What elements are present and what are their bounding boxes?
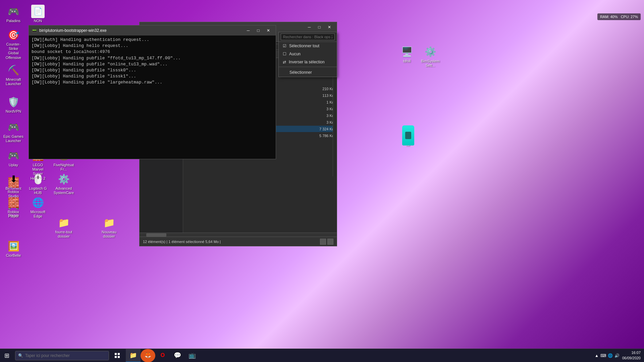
close-button[interactable]: ✕ [264, 27, 273, 34]
taskbar-search[interactable]: 🔍 [15, 351, 109, 360]
cmd-window: 📟 bin\plutonium-bootstrapper-win32.exe ─… [29, 25, 276, 159]
desktop-icon-uplay[interactable]: 🎮 Uplay [2, 147, 25, 169]
cmd-line-3: bound socket to localhost:4976 [32, 49, 273, 55]
cmd-icon: 📟 [32, 28, 37, 33]
icon-label: Uplay [9, 163, 18, 167]
cmd-line-6: [DW][Lobby] Handling pubfile "lsssk0"... [32, 67, 273, 73]
tray-volume[interactable]: 🔊 [614, 353, 620, 358]
taskbar-app-terminal[interactable]: 📺 [185, 349, 200, 362]
icon-label: Logitech G HUB [28, 186, 48, 195]
context-menu: ☑ Sélectionner tout ☐ Aucun ⇄ Inverser l… [278, 32, 337, 77]
icon-label: NordVPN [6, 109, 21, 114]
explorer-maximize-button[interactable]: □ [315, 23, 324, 31]
svg-rect-2 [115, 356, 117, 358]
none-label: Aucun [289, 52, 301, 56]
desktop-icon-minecraft[interactable]: ⛏️ Minecraft Launcher [2, 62, 25, 87]
desktop-icon-bimsystem[interactable]: ⚙️ BimSystemSett... [419, 44, 442, 69]
cmd-output: [DW][Auth] Handling authentication reque… [29, 36, 276, 159]
horizontal-scrollbar[interactable] [140, 233, 337, 237]
tray-network[interactable]: 🌐 [608, 353, 613, 358]
desktop-icon-advanced[interactable]: ⚙️ Advanced SystemCare [52, 171, 75, 196]
svg-rect-0 [115, 353, 117, 355]
svg-rect-3 [118, 356, 120, 358]
system-tray: ▲ ⌨ 🌐 🔊 [595, 353, 620, 358]
icon-label: fourre-tout dossier [53, 230, 74, 239]
cmd-line-7: [DW][Lobby] Handling pubfile "lsssk1"... [32, 73, 273, 79]
explorer-close-button[interactable]: ✕ [325, 23, 334, 31]
invert-icon: ⇄ [283, 60, 286, 64]
icon-label: CiorBelle [6, 253, 21, 258]
tray-arrow[interactable]: ▲ [595, 353, 599, 358]
minimize-button[interactable]: ─ [244, 27, 253, 34]
view-btn-details[interactable] [327, 239, 333, 245]
icon-label: Roblox Player [3, 210, 24, 219]
context-select[interactable]: Sélectionner [279, 68, 337, 77]
select-label: Sélectionner [289, 70, 312, 75]
icon-label: BimSystemSett... [420, 59, 441, 68]
explorer-minimize-button[interactable]: ─ [305, 23, 314, 31]
taskbar-app-opera[interactable]: O [155, 349, 170, 362]
icon-label: Advanced SystemCare [53, 186, 74, 195]
invert-label: Inverser la sélection [289, 60, 325, 64]
icon-label: FiveNightsatFr... [53, 163, 74, 172]
taskbar-app-explorer[interactable]: 📁 [126, 349, 141, 362]
desktop-icon-fourretout[interactable]: 📁 fourre-tout dossier [52, 215, 75, 240]
status-text: 12 élément(s) | 1 élément sélectionné 5,… [143, 240, 221, 244]
desktop-icon-msedge[interactable]: 🌐 Microsoft Edge [26, 194, 50, 220]
view-btn-list[interactable] [320, 239, 326, 245]
desktop-icon-logitech[interactable]: 🖱️ Logitech G HUB [26, 171, 50, 196]
icon-label: Minecraft Launcher [3, 77, 24, 86]
start-button[interactable]: ⊞ [0, 349, 13, 362]
taskbar-app-discord[interactable]: 💬 [170, 349, 185, 362]
search-input[interactable] [25, 353, 106, 358]
icon-label: Epic Games Launcher [3, 134, 24, 143]
h-scrollbar-thumb[interactable] [146, 233, 166, 237]
taskbar: ⊞ 🔍 📁 🦊 O 💬 📺 ▲ ⌨ 🌐 🔊 16:07 06/09/2020 [0, 349, 644, 362]
task-view-button[interactable] [111, 349, 124, 362]
context-select-all[interactable]: ☑ Sélectionner tout [279, 42, 337, 50]
taskbar-clock[interactable]: 16:07 06/09/2020 [622, 350, 641, 361]
desktop-icon-tor[interactable]: tor [396, 127, 420, 148]
cmd-line-4: [DW][Lobby] Handling pubfile "ffotd_tu13… [32, 55, 273, 61]
desktop-icon-non[interactable]: 📄 NON [26, 3, 50, 24]
cmd-line-8: [DW][Lobby] Handling pubfile "largeheatm… [32, 79, 273, 85]
clock-time: 16:07 [622, 350, 641, 355]
search-icon: 🔍 [18, 353, 23, 358]
window-controls: ─ □ ✕ [244, 27, 273, 34]
taskbar-app-firefox[interactable]: 🦊 [141, 349, 155, 362]
icon-label: Nouveau dossier [99, 230, 119, 239]
cmd-line-1: [DW][Auth] Handling authentication reque… [32, 37, 273, 43]
tray-keyboard: ⌨ [600, 353, 606, 358]
desktop-icon-nordvpn[interactable]: 🛡️ NordVPN [2, 94, 25, 115]
desktop-icon-paladins[interactable]: 🎮 Paladins [2, 3, 25, 24]
taskbar-apps: 📁 🦊 O 💬 📺 [126, 349, 200, 362]
icon-label: NON [34, 19, 42, 23]
desktop-icon-roblox-player[interactable]: 🧱 Roblox Player [2, 194, 25, 220]
desktop-icon-tdhill[interactable]: 🖥️ tdhill [395, 44, 419, 65]
icon-label: Microsoft Edge [28, 210, 48, 219]
select-icon [283, 69, 287, 75]
cmd-title-text: bin\plutonium-bootstrapper-win32.exe [39, 28, 107, 33]
context-invert[interactable]: ⇄ Inverser la sélection [279, 58, 337, 66]
desktop-icon-nouveau[interactable]: 📁 Nouveau dossier [97, 215, 121, 240]
context-none[interactable]: ☐ Aucun [279, 50, 337, 58]
cmd-line-5: [DW][Lobby] Handling pubfile "online_tu1… [32, 61, 273, 67]
context-search-input[interactable] [281, 34, 335, 40]
desktop-icon-epicgames[interactable]: 🎮 Epic Games Launcher [2, 119, 25, 144]
context-divider [279, 67, 337, 67]
ram-display: RAM: 40% [600, 15, 618, 19]
maximize-button[interactable]: □ [254, 27, 263, 34]
icon-label: BitTorrent [5, 186, 21, 191]
context-search [279, 32, 337, 42]
select-all-label: Sélectionner tout [289, 44, 319, 48]
icon-label: Paladins [6, 19, 20, 23]
none-icon: ☐ [283, 52, 286, 56]
desktop-icon-csgo[interactable]: 🎯 Counter-Strike Global Offensive [2, 27, 25, 61]
system-info: RAM: 40% CPU: 27% [597, 13, 641, 20]
desktop-icon-bittorrent[interactable]: ⬇ BitTorrent [2, 171, 25, 192]
explorer-window-controls: ─ □ ✕ [305, 23, 334, 31]
clock-date: 06/09/2020 [622, 356, 641, 361]
desktop-icon-ciorbelle[interactable]: 🖼️ CiorBelle [2, 238, 25, 259]
cmd-titlebar: 📟 bin\plutonium-bootstrapper-win32.exe ─… [29, 25, 276, 36]
view-buttons [320, 239, 333, 245]
